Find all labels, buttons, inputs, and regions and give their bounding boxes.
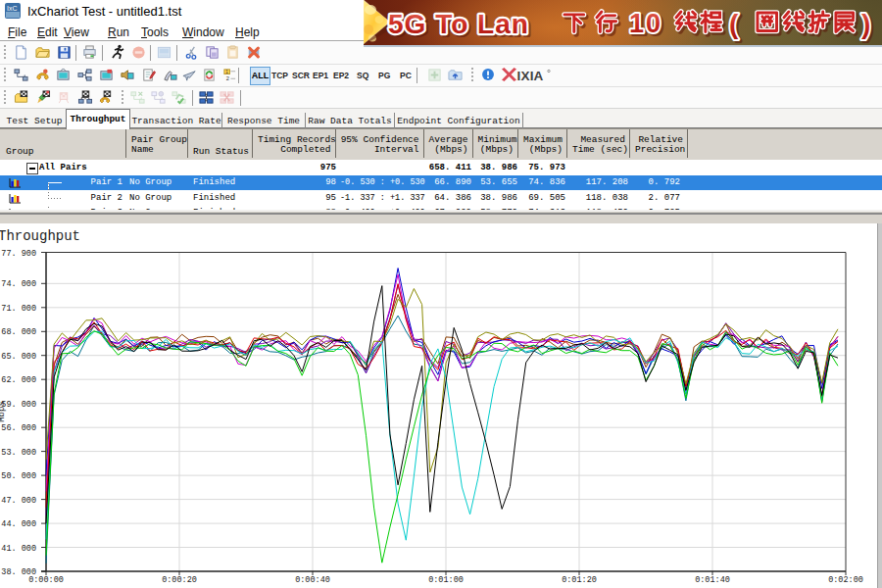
svg-text:5G To Lan: 5G To Lan (388, 9, 529, 39)
svg-text:41. 000: 41. 000 (1, 544, 36, 554)
svg-text:0:00:40: 0:00:40 (295, 575, 330, 585)
svg-text:62. 000: 62. 000 (1, 375, 36, 385)
svg-text:47. 000: 47. 000 (1, 496, 36, 506)
svg-text:53. 000: 53. 000 (1, 448, 36, 458)
svg-text:50. 000: 50. 000 (1, 471, 36, 481)
svg-text:44. 000: 44. 000 (1, 519, 36, 529)
svg-text:0:02:00: 0:02:00 (828, 575, 863, 585)
svg-text:68. 000: 68. 000 (1, 327, 36, 337)
svg-text:0:00:20: 0:00:20 (162, 575, 197, 585)
svg-text:65. 000: 65. 000 (1, 352, 36, 362)
svg-text:0:01:40: 0:01:40 (695, 575, 730, 585)
svg-text:56. 000: 56. 000 (1, 423, 36, 433)
svg-text:(: ( (729, 9, 739, 39)
svg-text:77. 900: 77. 900 (1, 249, 36, 259)
svg-text:10: 10 (629, 9, 662, 38)
svg-text:): ) (861, 9, 870, 39)
svg-text:0:00:00: 0:00:00 (28, 575, 64, 585)
svg-text:0:01:20: 0:01:20 (562, 575, 597, 585)
svg-text:71. 000: 71. 000 (1, 304, 36, 314)
svg-text:0:01:00: 0:01:00 (428, 575, 464, 585)
svg-text:74. 000: 74. 000 (1, 279, 36, 289)
svg-text:Mbps: Mbps (0, 401, 7, 422)
